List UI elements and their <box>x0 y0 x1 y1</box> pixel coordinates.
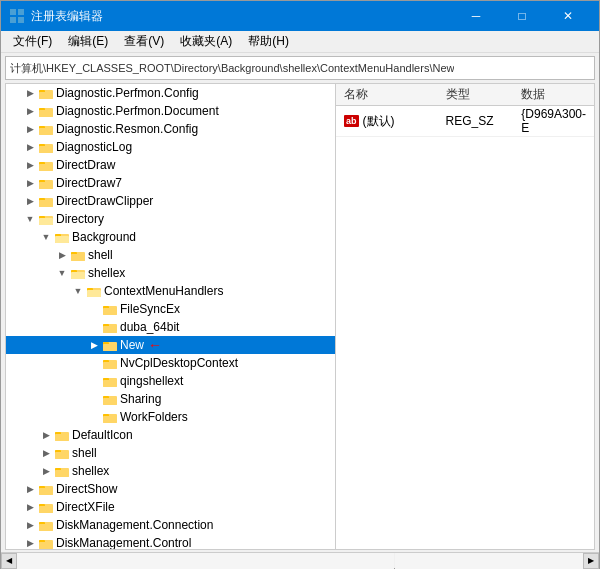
tree-item-diskmanagement-connection[interactable]: ▶ DiskManagement.Connection <box>6 516 335 534</box>
svg-rect-63 <box>55 434 69 441</box>
svg-rect-24 <box>39 200 53 207</box>
svg-rect-51 <box>103 362 117 369</box>
svg-rect-66 <box>55 452 69 459</box>
menu-file[interactable]: 文件(F) <box>5 31 60 52</box>
expander[interactable]: ▶ <box>22 481 38 497</box>
expander-directory[interactable]: ▼ <box>22 211 38 227</box>
tree-item-directory[interactable]: ▼ Directory <box>6 210 335 228</box>
tree-pane[interactable]: ▶ Diagnostic.Perfmon.Config ▶ Diagnostic… <box>6 84 336 549</box>
expander[interactable]: ▶ <box>22 193 38 209</box>
item-label: ContextMenuHandlers <box>104 284 223 298</box>
svg-rect-0 <box>10 9 16 15</box>
tree-item-filesyncex[interactable]: ▶ FileSyncEx <box>6 300 335 318</box>
tree-item-directdraw7[interactable]: ▶ DirectDraw7 <box>6 174 335 192</box>
tree-item-duba-64bit[interactable]: ▶ duba_64bit <box>6 318 335 336</box>
expander[interactable]: ▶ <box>22 535 38 549</box>
column-data[interactable]: 数据 <box>513 84 594 106</box>
folder-icon <box>38 139 54 155</box>
scroll-track-left[interactable] <box>17 553 394 569</box>
expander[interactable]: ▶ <box>22 499 38 515</box>
tree-item-diagnostic-perfmon-config[interactable]: ▶ Diagnostic.Perfmon.Config <box>6 84 335 102</box>
item-label: DefaultIcon <box>72 428 133 442</box>
expander[interactable]: ▶ <box>38 445 54 461</box>
tree-item-directshow[interactable]: ▶ DirectShow <box>6 480 335 498</box>
tree-item-workfolders[interactable]: ▶ WorkFolders <box>6 408 335 426</box>
tree-item-directxfile[interactable]: ▶ DirectXFile <box>6 498 335 516</box>
folder-icon <box>54 463 70 479</box>
menu-help[interactable]: 帮助(H) <box>240 31 297 52</box>
column-type[interactable]: 类型 <box>438 84 514 106</box>
tree-item-diagnostic-resmon-config[interactable]: ▶ Diagnostic.Resmon.Config <box>6 120 335 138</box>
tree-item-nvcpldesktopcontext[interactable]: ▶ NvCplDesktopContext <box>6 354 335 372</box>
menu-favorites[interactable]: 收藏夹(A) <box>172 31 240 52</box>
scroll-left-button[interactable]: ◀ <box>1 553 17 569</box>
expander[interactable]: ▶ <box>22 121 38 137</box>
tree-item-sharing[interactable]: ▶ Sharing <box>6 390 335 408</box>
cell-name: ab (默认) <box>336 106 438 137</box>
svg-rect-78 <box>39 524 53 531</box>
svg-rect-54 <box>103 380 117 387</box>
expander[interactable]: ▶ <box>22 85 38 101</box>
tree-item-directdraw[interactable]: ▶ DirectDraw <box>6 156 335 174</box>
maximize-button[interactable]: □ <box>499 1 545 31</box>
item-label: DiskManagement.Control <box>56 536 191 549</box>
close-button[interactable]: ✕ <box>545 1 591 31</box>
folder-open-icon <box>70 265 86 281</box>
tree-item-shell[interactable]: ▶ shell <box>6 246 335 264</box>
tree-item-diagnostic-perfmon-document[interactable]: ▶ Diagnostic.Perfmon.Document <box>6 102 335 120</box>
scroll-right-button[interactable]: ▶ <box>583 553 599 569</box>
expander[interactable]: ▶ <box>22 175 38 191</box>
folder-icon <box>102 373 118 389</box>
tree-item-background[interactable]: ▼ Background <box>6 228 335 246</box>
tree-item-shellex2[interactable]: ▶ shellex <box>6 462 335 480</box>
tree-item-new[interactable]: ▶ New ← <box>6 336 335 354</box>
address-bar[interactable]: 计算机\HKEY_CLASSES_ROOT\Directory\Backgrou… <box>5 56 595 80</box>
expander-shellex[interactable]: ▼ <box>54 265 70 281</box>
regedit-icon <box>9 8 25 24</box>
item-label: DirectDrawClipper <box>56 194 153 208</box>
folder-icon <box>102 391 118 407</box>
expander[interactable]: ▶ <box>22 517 38 533</box>
expander: ▶ <box>86 373 102 389</box>
tree-item-shellex[interactable]: ▼ shellex <box>6 264 335 282</box>
folder-icon <box>38 157 54 173</box>
menu-edit[interactable]: 编辑(E) <box>60 31 116 52</box>
menu-view[interactable]: 查看(V) <box>116 31 172 52</box>
expander[interactable]: ▶ <box>22 157 38 173</box>
expander[interactable]: ▶ <box>38 463 54 479</box>
expander[interactable]: ▶ <box>22 103 38 119</box>
expander-background[interactable]: ▼ <box>38 229 54 245</box>
tree-item-diskmanagement-control[interactable]: ▶ DiskManagement.Control <box>6 534 335 549</box>
minimize-button[interactable]: ─ <box>453 1 499 31</box>
expander-contextmenuhandlers[interactable]: ▼ <box>70 283 86 299</box>
tree-item-diagnosticlog[interactable]: ▶ DiagnosticLog <box>6 138 335 156</box>
tree-item-qingshellext[interactable]: ▶ qingshellext <box>6 372 335 390</box>
tree-item-defaulticon[interactable]: ▶ DefaultIcon <box>6 426 335 444</box>
svg-rect-42 <box>103 308 117 315</box>
cell-type: REG_SZ <box>438 106 514 137</box>
column-name[interactable]: 名称 <box>336 84 438 106</box>
expander[interactable]: ▶ <box>54 247 70 263</box>
folder-icon <box>102 409 118 425</box>
svg-rect-45 <box>103 326 117 333</box>
tree-item-shell2[interactable]: ▶ shell <box>6 444 335 462</box>
item-label: Diagnostic.Perfmon.Config <box>56 86 199 100</box>
tree-item-contextmenuhandlers[interactable]: ▼ ContextMenuHandlers <box>6 282 335 300</box>
bottom-scrollbar[interactable]: ◀ ▶ <box>1 552 599 568</box>
item-label: New <box>120 338 144 352</box>
tree-item-directdrawclipper[interactable]: ▶ DirectDrawClipper <box>6 192 335 210</box>
table-row[interactable]: ab (默认) REG_SZ {D969A300-E <box>336 106 594 137</box>
folder-icon-selected <box>102 337 118 353</box>
ab-icon: ab <box>344 115 359 127</box>
item-label: Diagnostic.Perfmon.Document <box>56 104 219 118</box>
folder-icon <box>38 481 54 497</box>
expander[interactable]: ▶ <box>22 139 38 155</box>
expander: ▶ <box>86 319 102 335</box>
regedit-window: 注册表编辑器 ─ □ ✕ 文件(F) 编辑(E) 查看(V) 收藏夹(A) 帮助… <box>0 0 600 569</box>
svg-rect-3 <box>18 17 24 23</box>
svg-rect-30 <box>55 236 69 243</box>
scroll-track-right[interactable] <box>395 553 583 569</box>
window-title: 注册表编辑器 <box>31 8 103 25</box>
svg-rect-2 <box>10 17 16 23</box>
expander[interactable]: ▶ <box>38 427 54 443</box>
